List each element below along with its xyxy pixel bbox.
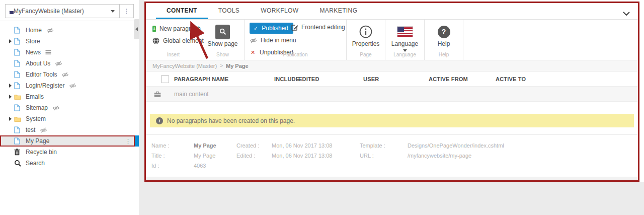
info-filled-icon: i [156, 117, 163, 124]
sidebar-item-emails[interactable]: Emails [0, 91, 139, 102]
detail-template-value: Designs/OnePageWonder/index.cshtml [408, 140, 504, 151]
sidebar-item-search[interactable]: Search [0, 158, 139, 169]
breadcrumb-current: My Page [226, 63, 249, 69]
help-button[interactable]: ? Help [425, 20, 463, 47]
page-icon [14, 71, 23, 78]
ribbon-tabbar: CONTENT TOOLS WORKFLOW MARKETING [146, 3, 638, 20]
detail-edited-value: Mon, 06 Nov 2017 13:08 [272, 151, 332, 161]
table-row-main-content[interactable]: main content [146, 87, 638, 102]
page-icon [14, 104, 23, 111]
detail-url-value: /myfancywebsite/my-page [408, 151, 471, 161]
folder-icon [14, 94, 23, 100]
globe-icon [152, 37, 159, 44]
expand-arrow-icon[interactable] [6, 117, 14, 121]
detail-name-value: My Page [194, 140, 216, 151]
page-icon [14, 60, 23, 67]
info-circle-icon [359, 24, 372, 40]
show-page-button[interactable]: Show page [201, 20, 244, 47]
eye-slash-icon [52, 105, 60, 111]
notice-banner: i No paragraphs have been created on thi… [150, 114, 634, 127]
group-label-publication: Publication [245, 52, 346, 57]
sidebar-collapse-handle[interactable] [134, 19, 139, 39]
frontend-editing-button[interactable]: Frontend editing [291, 24, 345, 31]
global-element-button[interactable]: Global element [152, 35, 201, 46]
sidebar-item-home[interactable]: Home [0, 25, 139, 36]
new-paragraph-button[interactable]: + New paragraph [152, 23, 201, 34]
page-icon [14, 38, 23, 45]
kebab-menu-icon[interactable]: ⋮ [119, 5, 133, 18]
panel-bottom-strip [146, 177, 638, 180]
sidebar-item-login-register[interactable]: Login/Register [0, 80, 139, 91]
toolbar-group-insert: + New paragraph Global element Insert [146, 20, 201, 60]
page-icon [14, 27, 23, 34]
detail-edited-label: Edited : [236, 151, 272, 161]
search-icon [14, 160, 23, 167]
properties-button[interactable]: Properties [347, 20, 385, 47]
column-header-active-to: ACTIVE TO [496, 71, 526, 87]
sidebar: MyFancyWebsite (Master) ⋮ Home Store New… [0, 0, 139, 215]
sidebar-item-store[interactable]: Store [0, 36, 139, 47]
expand-arrow-icon[interactable] [6, 39, 14, 43]
folder-icon [14, 116, 23, 122]
chevron-down-icon [111, 10, 115, 13]
tab-tools[interactable]: TOOLS [208, 3, 250, 19]
detail-created-value: Mon, 06 Nov 2017 13:08 [272, 140, 332, 151]
sidebar-item-editor-tools[interactable]: Editor Tools [0, 69, 139, 80]
group-label-show: Show [201, 52, 244, 57]
column-header-edited: EDITED [298, 71, 319, 87]
breadcrumb-root[interactable]: MyFancyWebsite (Master) [152, 63, 217, 69]
page-icon [14, 49, 23, 56]
sidebar-item-news[interactable]: News [0, 47, 139, 58]
sidebar-item-test[interactable]: test [0, 124, 139, 135]
column-header-include: INCLUDE [274, 71, 299, 87]
detail-url-label: URL : [360, 151, 408, 161]
sidebar-item-my-page[interactable]: My Page ⋮ [0, 135, 135, 147]
sidebar-item-about-us[interactable]: About Us [0, 58, 139, 69]
breadcrumb: MyFancyWebsite (Master) > My Page [146, 60, 638, 71]
detail-template-label: Template : [360, 140, 408, 151]
sidebar-item-sitemap[interactable]: Sitemap [0, 102, 139, 113]
sidebar-item-system[interactable]: System [0, 113, 139, 124]
check-icon: ✓ [254, 25, 258, 32]
tab-workflow[interactable]: WORKFLOW [250, 3, 309, 19]
group-label-insert: Insert [146, 52, 201, 57]
kebab-menu-icon[interactable]: ⋮ [125, 138, 131, 145]
group-label-help: Help [425, 52, 463, 57]
eye-slash-icon [55, 61, 62, 66]
main-panel: CONTENT TOOLS WORKFLOW MARKETING + New p… [144, 2, 639, 182]
toolbar-group-page: Properties Page [347, 20, 385, 60]
column-header-active-from: ACTIVE FROM [429, 71, 468, 87]
toolbar-group-show: Show page Show [201, 20, 245, 60]
website-selector-label: MyFancyWebsite (Master) [14, 8, 111, 15]
column-header-paragraph-name: PARAGRAPH NAME [174, 71, 228, 87]
detail-id-value: 4063 [194, 161, 206, 171]
us-flag-icon [397, 24, 413, 40]
select-all-checkbox[interactable] [161, 75, 169, 83]
notice-text: No paragraphs have been created on this … [167, 117, 295, 124]
plus-icon: + [152, 26, 156, 32]
expand-arrow-icon[interactable] [6, 95, 14, 99]
cms-app: MyFancyWebsite (Master) ⋮ Home Store New… [0, 0, 644, 215]
expand-arrow-icon[interactable] [6, 84, 14, 88]
website-selector[interactable]: MyFancyWebsite (Master) ⋮ [5, 4, 134, 18]
eye-slash-icon [61, 72, 69, 78]
chevron-down-icon[interactable] [623, 9, 630, 18]
column-header-user: USER [363, 71, 379, 87]
toolbar-group-help: ? Help Help [425, 20, 463, 60]
page-icon [14, 82, 23, 89]
published-button[interactable]: ✓ Published [250, 23, 293, 34]
language-button[interactable]: Language [385, 20, 424, 52]
container-row-label: main content [174, 87, 209, 102]
trash-icon [14, 149, 23, 156]
page-icon [14, 137, 23, 145]
page-tree: Home Store News About Us [0, 21, 139, 169]
paragraph-table-header: PARAGRAPH NAME INCLUDE EDITED USER ACTIV… [146, 71, 638, 87]
tab-content[interactable]: CONTENT [156, 3, 208, 19]
sidebar-item-recycle-bin[interactable]: Recycle bin [0, 147, 139, 158]
detail-name-label: Name : [151, 140, 194, 151]
hide-in-menu-button[interactable]: Hide in menu [250, 35, 296, 46]
ribbon-toolbar: + New paragraph Global element Insert Sh… [146, 20, 638, 60]
question-circle-icon: ? [438, 26, 450, 38]
detail-title-value: My Page [194, 151, 215, 161]
tab-marketing[interactable]: MARKETING [309, 3, 368, 19]
